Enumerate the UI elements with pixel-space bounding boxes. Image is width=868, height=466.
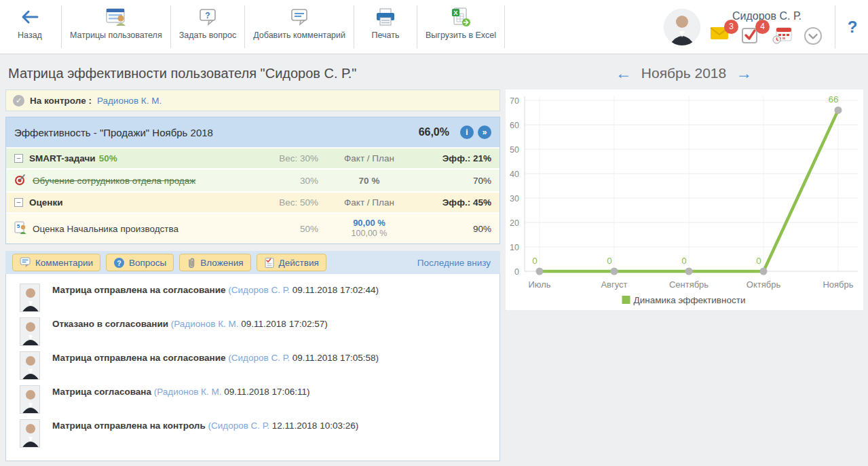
task-eff: 70% xyxy=(420,176,491,186)
sort-order-link[interactable]: Последние внизу xyxy=(417,258,493,268)
comment-avatar xyxy=(20,351,40,380)
svg-text:Июль: Июль xyxy=(528,279,550,290)
group-weight: Вес: 50% xyxy=(244,197,318,208)
score-eff: 90% xyxy=(420,224,491,234)
toolbar: Назад Матрицы пользователя ? Задать вопр… xyxy=(0,0,868,54)
collapse-icon[interactable]: − xyxy=(14,198,23,207)
user-name: Сидоров С. Р. xyxy=(732,10,801,22)
tab-comments-label: Комментарии xyxy=(35,258,93,268)
calendar-notification[interactable] xyxy=(772,26,793,44)
print-button[interactable]: Печать xyxy=(356,0,415,54)
comment-datetime: 09.11.2018 17:02:44) xyxy=(293,285,379,295)
score-fact[interactable]: 90,00 % xyxy=(318,218,420,229)
svg-text:5: 5 xyxy=(17,223,20,229)
tab-actions[interactable]: Действия xyxy=(257,254,326,271)
score-row: 5 Оценка Начальника производства 50% 90,… xyxy=(6,212,499,244)
group-name: SMART-задачи xyxy=(29,153,96,163)
svg-text:?: ? xyxy=(117,258,121,267)
mail-notification[interactable]: 3 xyxy=(710,26,730,44)
add-comment-button[interactable]: Добавить комментарий xyxy=(246,0,352,54)
back-label: Назад xyxy=(18,31,42,41)
user-matrices-button[interactable]: Матрицы пользователя xyxy=(63,0,169,54)
comment-message: Матрица отправлена на согласование xyxy=(52,353,226,363)
scores-group-row: − Оценки Вес: 50% Факт / План Эфф.: 45% xyxy=(6,191,499,212)
comment-item: Матрица отправлена на согласование (Сидо… xyxy=(20,351,499,385)
comment-author-link[interactable]: (Сидоров С. Р. xyxy=(228,353,290,363)
check-circle-icon: ✓ xyxy=(13,95,24,106)
fact-plan-header: Факт / План xyxy=(318,153,420,163)
toolbar-separator xyxy=(504,5,505,48)
info-icon[interactable]: i xyxy=(460,125,474,139)
matrix-header: Эффективность - "Продажи" Ноябрь 2018 66… xyxy=(6,117,499,147)
tab-attachments[interactable]: Вложения xyxy=(179,254,250,271)
tab-questions-label: Вопросы xyxy=(129,258,166,268)
prev-month-button[interactable]: ← xyxy=(616,65,632,81)
comment-message: Матрица отправлена на согласование xyxy=(52,285,226,295)
comment-datetime: 09.11.2018 17:06:11) xyxy=(224,387,309,397)
toolbar-separator xyxy=(417,5,417,48)
group-eff: Эфф.: 21% xyxy=(420,153,491,163)
svg-text:0: 0 xyxy=(756,256,761,266)
group-eff: Эфф.: 45% xyxy=(420,197,491,208)
svg-text:70: 70 xyxy=(510,96,519,106)
comment-author-link[interactable]: (Сидоров С. Р. xyxy=(208,421,269,431)
task-weight: 30% xyxy=(244,176,318,186)
svg-text:20: 20 xyxy=(510,218,519,228)
group-weight: Вес: 30% xyxy=(244,153,318,163)
svg-text:30: 30 xyxy=(510,194,519,203)
user-menu-toggle[interactable] xyxy=(804,26,824,44)
excel-icon: X xyxy=(450,5,472,28)
tasks-notification[interactable]: 4 xyxy=(741,26,761,44)
task-fact: 70 % xyxy=(318,176,420,186)
comment-item: Матрица отправлена на контроль (Сидоров … xyxy=(20,419,499,453)
matrix-value: 66,0% xyxy=(419,126,449,138)
comment-avatar xyxy=(20,419,40,448)
svg-text:66: 66 xyxy=(828,94,838,104)
svg-text:0: 0 xyxy=(514,267,519,277)
expand-icon[interactable]: » xyxy=(478,125,491,139)
user-area: Сидоров С. Р. 3 4 xyxy=(664,0,833,54)
score-plan: 100,00 % xyxy=(318,229,420,238)
score-doc-icon: 5 xyxy=(14,221,26,236)
comments-list: Матрица отправлена на согласование (Сидо… xyxy=(5,274,500,461)
matrices-icon xyxy=(105,5,127,28)
paperclip-icon xyxy=(187,257,196,269)
toolbar-separator xyxy=(354,5,354,48)
efficiency-matrix: Эффективность - "Продажи" Ноябрь 2018 66… xyxy=(5,117,500,244)
comment-author-link[interactable]: (Радионов К. М. xyxy=(154,387,222,397)
question-bubble-icon: ? xyxy=(197,5,218,28)
comment-message: Отказано в согласовании xyxy=(52,319,168,329)
comment-message: Матрица согласована xyxy=(52,387,151,397)
toolbar-separator xyxy=(244,5,245,48)
back-arrow-icon xyxy=(20,5,40,28)
print-label: Печать xyxy=(372,31,400,41)
chevron-down-icon xyxy=(804,26,823,45)
collapse-icon[interactable]: − xyxy=(14,154,23,163)
controller-link[interactable]: Радионов К. М. xyxy=(97,96,162,106)
tab-comments[interactable]: Комментарии xyxy=(12,254,100,271)
user-avatar[interactable] xyxy=(664,9,700,45)
svg-text:Динамика эффективности: Динамика эффективности xyxy=(634,295,746,305)
score-weight: 50% xyxy=(244,224,318,234)
comment-author-link[interactable]: (Радионов К. М. xyxy=(171,319,239,329)
efficiency-chart: 010203040506070000066ИюльАвгустСентябрьО… xyxy=(506,90,863,310)
tab-actions-label: Действия xyxy=(279,258,319,268)
comment-item: Матрица согласована (Радионов К. М. 09.1… xyxy=(20,385,499,419)
next-month-button[interactable]: → xyxy=(736,65,752,81)
task-name-link[interactable]: Обучение сотрудников отдела продаж xyxy=(33,176,195,186)
svg-text:50: 50 xyxy=(510,145,519,155)
toolbar-separator xyxy=(835,5,835,48)
svg-text:60: 60 xyxy=(510,121,519,130)
add-comment-label: Добавить комментарий xyxy=(253,31,345,41)
tab-questions[interactable]: ? Вопросы xyxy=(106,254,174,271)
export-excel-button[interactable]: X Выгрузить в Excel xyxy=(419,0,503,54)
svg-text:X: X xyxy=(453,9,458,16)
toolbar-separator xyxy=(61,5,62,48)
svg-text:Октябрь: Октябрь xyxy=(747,279,781,290)
efficiency-chart-svg: 010203040506070000066ИюльАвгустСентябрьО… xyxy=(506,90,863,310)
back-button[interactable]: Назад xyxy=(0,0,60,54)
comment-author-link[interactable]: (Сидоров С. Р. xyxy=(228,285,290,295)
comment-item: Отказано в согласовании (Радионов К. М. … xyxy=(20,317,499,351)
ask-question-button[interactable]: ? Задать вопрос xyxy=(172,0,244,54)
help-button[interactable]: ? xyxy=(837,0,868,54)
